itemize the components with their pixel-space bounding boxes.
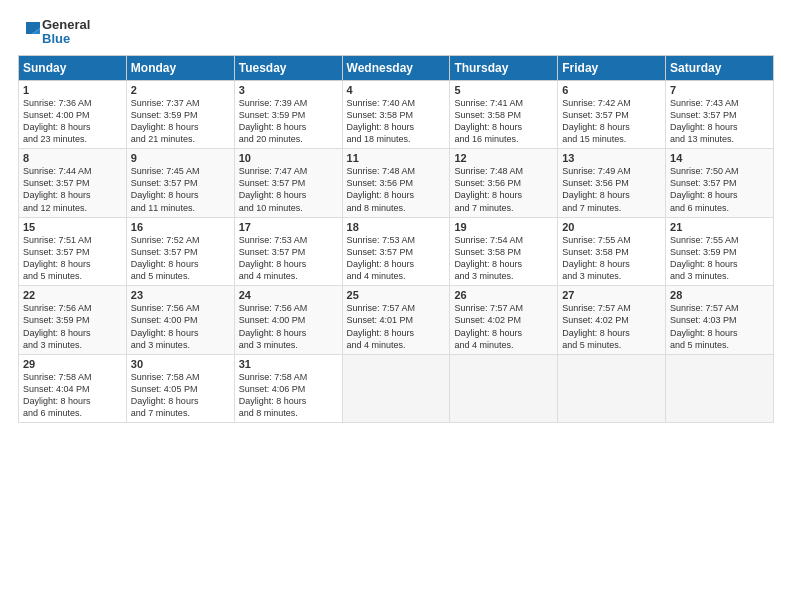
calendar-table: SundayMondayTuesdayWednesdayThursdayFrid… <box>18 55 774 424</box>
calendar-day-1: 1Sunrise: 7:36 AMSunset: 4:00 PMDaylight… <box>19 80 127 149</box>
calendar-day-27: 27Sunrise: 7:57 AMSunset: 4:02 PMDayligh… <box>558 286 666 355</box>
calendar-week-4: 22Sunrise: 7:56 AMSunset: 3:59 PMDayligh… <box>19 286 774 355</box>
calendar-week-5: 29Sunrise: 7:58 AMSunset: 4:04 PMDayligh… <box>19 354 774 423</box>
calendar-day-18: 18Sunrise: 7:53 AMSunset: 3:57 PMDayligh… <box>342 217 450 286</box>
weekday-header-sunday: Sunday <box>19 55 127 80</box>
calendar-day-2: 2Sunrise: 7:37 AMSunset: 3:59 PMDaylight… <box>126 80 234 149</box>
logo-blue: Blue <box>42 32 90 46</box>
logo-bird-icon <box>18 18 40 46</box>
calendar-day-30: 30Sunrise: 7:58 AMSunset: 4:05 PMDayligh… <box>126 354 234 423</box>
calendar-day-empty <box>558 354 666 423</box>
weekday-header-friday: Friday <box>558 55 666 80</box>
calendar-day-22: 22Sunrise: 7:56 AMSunset: 3:59 PMDayligh… <box>19 286 127 355</box>
weekday-header-row: SundayMondayTuesdayWednesdayThursdayFrid… <box>19 55 774 80</box>
calendar-day-11: 11Sunrise: 7:48 AMSunset: 3:56 PMDayligh… <box>342 149 450 218</box>
calendar-container: General Blue SundayMondayTuesdayWednesda… <box>0 0 792 612</box>
calendar-day-3: 3Sunrise: 7:39 AMSunset: 3:59 PMDaylight… <box>234 80 342 149</box>
calendar-day-19: 19Sunrise: 7:54 AMSunset: 3:58 PMDayligh… <box>450 217 558 286</box>
calendar-day-empty <box>666 354 774 423</box>
calendar-day-6: 6Sunrise: 7:42 AMSunset: 3:57 PMDaylight… <box>558 80 666 149</box>
weekday-header-saturday: Saturday <box>666 55 774 80</box>
calendar-day-15: 15Sunrise: 7:51 AMSunset: 3:57 PMDayligh… <box>19 217 127 286</box>
calendar-day-empty <box>342 354 450 423</box>
calendar-day-17: 17Sunrise: 7:53 AMSunset: 3:57 PMDayligh… <box>234 217 342 286</box>
calendar-day-13: 13Sunrise: 7:49 AMSunset: 3:56 PMDayligh… <box>558 149 666 218</box>
calendar-day-25: 25Sunrise: 7:57 AMSunset: 4:01 PMDayligh… <box>342 286 450 355</box>
calendar-day-14: 14Sunrise: 7:50 AMSunset: 3:57 PMDayligh… <box>666 149 774 218</box>
calendar-day-28: 28Sunrise: 7:57 AMSunset: 4:03 PMDayligh… <box>666 286 774 355</box>
calendar-day-20: 20Sunrise: 7:55 AMSunset: 3:58 PMDayligh… <box>558 217 666 286</box>
calendar-day-8: 8Sunrise: 7:44 AMSunset: 3:57 PMDaylight… <box>19 149 127 218</box>
calendar-day-12: 12Sunrise: 7:48 AMSunset: 3:56 PMDayligh… <box>450 149 558 218</box>
calendar-day-21: 21Sunrise: 7:55 AMSunset: 3:59 PMDayligh… <box>666 217 774 286</box>
logo-graphic: General Blue <box>18 18 90 47</box>
calendar-day-24: 24Sunrise: 7:56 AMSunset: 4:00 PMDayligh… <box>234 286 342 355</box>
calendar-day-empty <box>450 354 558 423</box>
calendar-week-2: 8Sunrise: 7:44 AMSunset: 3:57 PMDaylight… <box>19 149 774 218</box>
calendar-day-31: 31Sunrise: 7:58 AMSunset: 4:06 PMDayligh… <box>234 354 342 423</box>
weekday-header-tuesday: Tuesday <box>234 55 342 80</box>
calendar-day-16: 16Sunrise: 7:52 AMSunset: 3:57 PMDayligh… <box>126 217 234 286</box>
calendar-day-5: 5Sunrise: 7:41 AMSunset: 3:58 PMDaylight… <box>450 80 558 149</box>
weekday-header-monday: Monday <box>126 55 234 80</box>
calendar-day-7: 7Sunrise: 7:43 AMSunset: 3:57 PMDaylight… <box>666 80 774 149</box>
calendar-day-26: 26Sunrise: 7:57 AMSunset: 4:02 PMDayligh… <box>450 286 558 355</box>
calendar-day-29: 29Sunrise: 7:58 AMSunset: 4:04 PMDayligh… <box>19 354 127 423</box>
calendar-week-1: 1Sunrise: 7:36 AMSunset: 4:00 PMDaylight… <box>19 80 774 149</box>
weekday-header-wednesday: Wednesday <box>342 55 450 80</box>
logo-general: General <box>42 18 90 32</box>
header: General Blue <box>18 18 774 47</box>
calendar-day-4: 4Sunrise: 7:40 AMSunset: 3:58 PMDaylight… <box>342 80 450 149</box>
calendar-day-9: 9Sunrise: 7:45 AMSunset: 3:57 PMDaylight… <box>126 149 234 218</box>
calendar-week-3: 15Sunrise: 7:51 AMSunset: 3:57 PMDayligh… <box>19 217 774 286</box>
logo: General Blue <box>18 18 90 47</box>
calendar-day-10: 10Sunrise: 7:47 AMSunset: 3:57 PMDayligh… <box>234 149 342 218</box>
calendar-day-23: 23Sunrise: 7:56 AMSunset: 4:00 PMDayligh… <box>126 286 234 355</box>
weekday-header-thursday: Thursday <box>450 55 558 80</box>
